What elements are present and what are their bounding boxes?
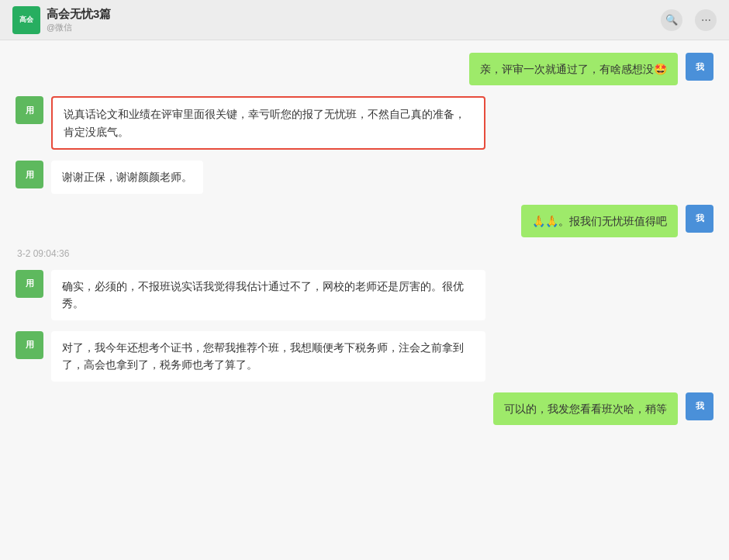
- chat-avatar: 高会: [12, 6, 40, 34]
- message-bubble: 对了，我今年还想考个证书，您帮我推荐个班，我想顺便考下税务师，注会之前拿到了，高…: [51, 331, 485, 382]
- message-row: 用 谢谢正保，谢谢颜颜老师。: [16, 161, 713, 193]
- avatar: 用: [16, 96, 43, 124]
- avatar: 我: [686, 53, 713, 81]
- avatar: 用: [16, 331, 43, 359]
- avatar: 用: [16, 161, 43, 188]
- title-bar-actions: 🔍 ⋯: [661, 9, 717, 31]
- message-row: 可以的，我发您看看班次哈，稍等 我: [16, 392, 713, 425]
- avatar: 我: [686, 392, 713, 420]
- timestamp: 3-2 09:04:36: [16, 248, 713, 259]
- app-window: 高会 高会无忧3篇 @微信 🔍 ⋯ 亲，评审一次就通过了，有啥感想没🤩 我 用 …: [0, 0, 729, 560]
- title-bar-info: 高会无忧3篇 @微信: [47, 7, 111, 33]
- message-row: 用 说真话论文和业绩在评审里面很关键，幸亏听您的报了无忧班，不然自己真的准备，肯…: [16, 96, 713, 150]
- message-row: 亲，评审一次就通过了，有啥感想没🤩 我: [16, 53, 713, 85]
- chat-area: 亲，评审一次就通过了，有啥感想没🤩 我 用 说真话论文和业绩在评审里面很关键，幸…: [0, 40, 729, 560]
- avatar: 用: [16, 270, 43, 298]
- message-bubble: 亲，评审一次就通过了，有啥感想没🤩: [469, 53, 678, 85]
- chat-platform: @微信: [47, 22, 111, 33]
- message-row: 🙏🙏。报我们无忧班值得吧 我: [16, 205, 713, 237]
- message-bubble: 可以的，我发您看看班次哈，稍等: [493, 392, 678, 425]
- message-bubble: 🙏🙏。报我们无忧班值得吧: [521, 205, 678, 237]
- message-bubble-highlighted: 说真话论文和业绩在评审里面很关键，幸亏听您的报了无忧班，不然自己真的准备，肯定没…: [51, 96, 485, 150]
- avatar: 我: [686, 205, 713, 233]
- message-row: 用 对了，我今年还想考个证书，您帮我推荐个班，我想顺便考下税务师，注会之前拿到了…: [16, 331, 713, 382]
- more-button[interactable]: ⋯: [695, 9, 717, 31]
- title-bar: 高会 高会无忧3篇 @微信 🔍 ⋯: [0, 0, 729, 40]
- search-button[interactable]: 🔍: [661, 9, 682, 31]
- message-bubble: 确实，必须的，不报班说实话我觉得我估计通过不了，网校的老师还是厉害的。很优秀。: [51, 270, 485, 320]
- chat-name: 高会无忧3篇: [47, 7, 111, 22]
- message-row: 用 确实，必须的，不报班说实话我觉得我估计通过不了，网校的老师还是厉害的。很优秀…: [16, 270, 713, 320]
- message-bubble: 谢谢正保，谢谢颜颜老师。: [51, 161, 203, 193]
